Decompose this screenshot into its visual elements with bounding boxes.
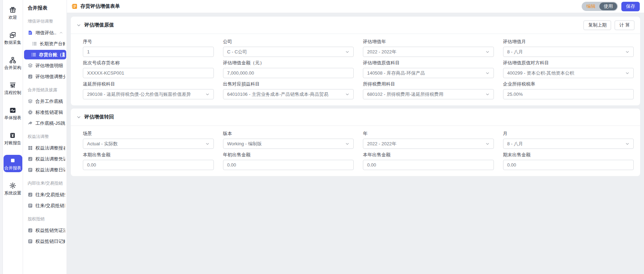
chevron-down-icon — [205, 142, 210, 146]
rail-item-gear[interactable]: 系统设置 — [4, 180, 22, 197]
sidebar-item[interactable]: 评估增值明细 — [23, 60, 67, 71]
rail-item-gift[interactable]: 欢迎 — [4, 4, 22, 22]
sidebar-item[interactable]: 工作底稿-JS跳转 — [23, 118, 67, 129]
rail-item-label: 合并架构 — [4, 65, 21, 70]
sidebar-item[interactable]: 权益抵销凭证清单 — [23, 225, 67, 236]
field-input[interactable] — [503, 89, 634, 99]
section-action-button[interactable]: 计 算 — [615, 21, 634, 30]
field-label: 公司 — [223, 39, 354, 45]
field-label: 序号 — [83, 39, 214, 45]
sidebar-item[interactable]: 标准抵销逻辑 — [23, 107, 67, 118]
topbar-actions: 编辑 使用 保存 — [582, 2, 640, 11]
field-label: 年 — [363, 130, 494, 137]
field-select-value: 680102 - 所得税费用-递延所得税费用 — [367, 91, 483, 98]
sidebar-item[interactable]: 增值评估... — [23, 27, 67, 38]
section-action-button[interactable]: 复制上期 — [583, 21, 611, 30]
chevron-down-icon[interactable] — [76, 23, 81, 28]
sidebar-item-label: 权益法调整日记账... — [35, 167, 65, 173]
field-input[interactable] — [83, 160, 214, 170]
grid-icon — [28, 145, 33, 151]
field-input[interactable] — [503, 160, 634, 170]
section-fields: 序号公司C - C公司评估增值年2022 - 2022年评估增值月8 - 八月批… — [71, 34, 640, 105]
field-select-value: 2022 - 2022年 — [367, 141, 483, 147]
field-select[interactable]: Actual - 实际数 — [83, 139, 214, 149]
toggle-use-option[interactable]: 使用 — [599, 2, 617, 10]
journal-lines-icon — [28, 239, 33, 244]
sidebar-item[interactable]: 长期资产台账（... — [23, 38, 67, 49]
sidebar-item[interactable]: 存货台账（新） — [24, 50, 66, 59]
chevron-down-icon[interactable] — [76, 115, 81, 119]
rail-item-label: 系统设置 — [4, 191, 21, 195]
form-field: 评估增值年2022 - 2022年 — [363, 39, 494, 57]
edit-use-toggle[interactable]: 编辑 使用 — [582, 2, 618, 11]
chevron-down-icon — [625, 142, 629, 146]
field-select[interactable]: 8 - 八月 — [503, 47, 634, 57]
field-select-value: 140508 - 库存商品-环保产品 — [367, 70, 483, 76]
field-select[interactable]: 140508 - 库存商品-环保产品 — [363, 68, 494, 78]
sidebar-item[interactable]: 权益法调整凭证清单 — [23, 153, 67, 164]
field-input[interactable] — [83, 68, 214, 78]
form-field: 评估增值金额（元） — [223, 60, 354, 78]
rail-item-sitemap[interactable]: 合并架构 — [4, 54, 22, 72]
field-input[interactable] — [363, 160, 494, 170]
field-select[interactable]: 2022 - 2022年 — [363, 139, 494, 149]
sidebar-item-label: 权益抵销日记账报告 — [35, 238, 65, 245]
field-label: 本年出售金额 — [363, 152, 494, 158]
sidebar-item[interactable]: 评估增值调整分录 — [23, 71, 67, 82]
field-select[interactable]: C - C公司 — [223, 47, 354, 57]
rail-item-pulse[interactable]: 单体报表 — [4, 105, 22, 122]
field-input[interactable] — [223, 68, 354, 78]
field-select-value: Working - 编制版 — [227, 141, 343, 147]
sidebar-item-label: 权益抵销凭证清单 — [35, 227, 65, 234]
sidebar-section-label: 增值评估调整 — [23, 13, 67, 27]
field-label: 批次号或存货名称 — [83, 60, 214, 66]
list-icon — [31, 52, 36, 57]
sidebar-item[interactable]: 合并工作底稿 — [23, 96, 67, 107]
sidebar-item-label: 合并工作底稿 — [35, 98, 63, 105]
field-select-value: C - C公司 — [227, 49, 343, 55]
section-header: 评估增值转回 — [71, 109, 640, 126]
sidebar-item[interactable]: 权益法调整日记账... — [23, 164, 67, 175]
sidebar-item-label: 往来/交易抵销凭... — [35, 192, 65, 198]
field-select[interactable]: 400299 - 资本公积-其他资本公积 — [503, 68, 634, 78]
field-select[interactable]: 2022 - 2022年 — [363, 47, 494, 57]
gear-icon — [9, 182, 16, 189]
rail-item-yen[interactable]: 对账报告 — [4, 130, 22, 147]
form-field: 版本Working - 编制版 — [223, 130, 354, 149]
field-select-value: 400299 - 资本公积-其他资本公积 — [507, 70, 623, 76]
field-select-value: 8 - 八月 — [507, 141, 623, 147]
toggle-edit-option[interactable]: 编辑 — [582, 3, 599, 10]
save-button[interactable]: 保存 — [621, 2, 640, 11]
chevron-up-icon[interactable] — [59, 31, 65, 35]
rail-item-flow[interactable]: 流程控制 — [4, 80, 22, 97]
field-input[interactable] — [223, 160, 354, 170]
field-select-value: 8 - 八月 — [507, 49, 623, 55]
sitemap-icon — [9, 57, 16, 64]
field-select[interactable]: Working - 编制版 — [223, 139, 354, 149]
sidebar-item-label: 权益法调整报表（... — [35, 145, 65, 151]
rail-item-collect[interactable]: 数据采集 — [4, 29, 22, 47]
field-label: 版本 — [223, 130, 354, 137]
form-field: 所得税费用科目680102 - 所得税费用-递延所得税费用 — [363, 81, 494, 99]
form-field: 场景Actual - 实际数 — [83, 130, 214, 149]
field-select-value: Actual - 实际数 — [87, 141, 203, 147]
form-field: 评估增值原值对方科目400299 - 资本公积-其他资本公积 — [503, 60, 634, 78]
sidebar-item-label: 评估增值明细 — [35, 63, 63, 69]
sidebar-item[interactable]: 权益抵销日记账报告 — [23, 236, 67, 247]
sidebar-section-label: 股权抵销 — [23, 211, 67, 225]
field-label: 评估增值金额（元） — [223, 60, 354, 66]
form-field: 公司C - C公司 — [223, 39, 354, 57]
sidebar-item[interactable]: 往来/交易抵销凭... — [23, 189, 67, 200]
section-card: 评估增值转回场景Actual - 实际数版本Working - 编制版年2022… — [71, 109, 640, 176]
field-select[interactable]: 64010106 - 主营业务成本-产品销售成本-商品贸易 — [223, 89, 354, 99]
field-select[interactable]: 8 - 八月 — [503, 139, 634, 149]
rail-item-square[interactable]: 合并报表 — [4, 155, 22, 172]
field-select[interactable]: 680102 - 所得税费用-递延所得税费用 — [363, 89, 494, 99]
field-select[interactable]: 290108 - 递延所得税负债-公允价值与账面价值差异 — [83, 89, 214, 99]
field-input[interactable] — [83, 47, 214, 57]
sidebar-item[interactable]: 往来/交易抵销日... — [23, 200, 67, 211]
field-label: 评估增值原值科目 — [363, 60, 494, 66]
sidebar-item[interactable]: 权益法调整报表（... — [23, 142, 67, 153]
chevron-down-icon — [345, 142, 349, 146]
flow-icon — [9, 82, 16, 89]
